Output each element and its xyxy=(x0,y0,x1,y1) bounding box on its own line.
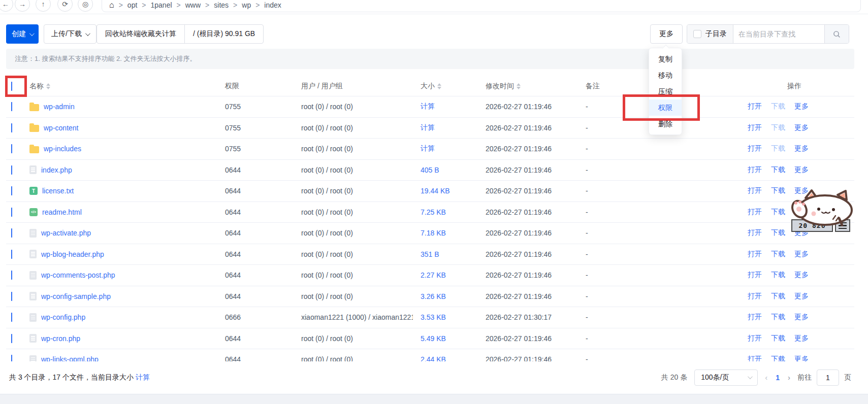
size-link[interactable]: 3.53 KB xyxy=(421,313,446,321)
file-name-link[interactable]: wp-activate.php xyxy=(41,229,91,237)
breadcrumb-item-wp[interactable]: wp xyxy=(242,1,251,9)
row-more-link[interactable]: 更多 xyxy=(794,144,809,153)
row-checkbox[interactable] xyxy=(11,271,12,280)
row-checkbox[interactable] xyxy=(11,355,12,361)
download-link[interactable]: 下载 xyxy=(771,334,785,343)
upload-download-button[interactable]: 上传/下载 xyxy=(44,24,97,44)
file-name-link[interactable]: wp-config-sample.php xyxy=(41,292,111,300)
prev-page-button[interactable]: ‹ xyxy=(765,373,767,382)
open-link[interactable]: 打开 xyxy=(748,271,762,280)
nav-up-button[interactable]: ↑ xyxy=(36,0,51,12)
row-checkbox[interactable] xyxy=(11,144,12,153)
row-checkbox[interactable] xyxy=(11,123,12,132)
row-checkbox[interactable] xyxy=(11,186,12,195)
row-checkbox[interactable] xyxy=(11,313,12,322)
download-link[interactable]: 下载 xyxy=(771,228,785,238)
menu-item-复制[interactable]: 复制 xyxy=(649,51,682,67)
file-name-link[interactable]: wp-admin xyxy=(44,103,75,111)
row-more-link[interactable]: 更多 xyxy=(794,123,809,132)
toolbar-group-button-2[interactable]: 收藏夹 xyxy=(141,29,162,39)
download-link[interactable]: 下载 xyxy=(771,355,785,361)
nav-refresh-button[interactable]: ⟳ xyxy=(57,0,73,12)
open-link[interactable]: 打开 xyxy=(748,228,762,238)
toolbar-group-button-3[interactable]: 计算 xyxy=(162,29,176,39)
size-link[interactable]: 计算 xyxy=(421,123,435,131)
open-link[interactable]: 打开 xyxy=(748,292,762,301)
download-link[interactable]: 下载 xyxy=(771,102,785,111)
open-link[interactable]: 打开 xyxy=(748,334,762,343)
nav-forward-button[interactable]: → xyxy=(15,0,30,12)
calculate-size-link[interactable]: 计算 xyxy=(136,373,150,381)
open-link[interactable]: 打开 xyxy=(748,355,762,361)
current-page-number[interactable]: 1 xyxy=(776,374,780,382)
download-link[interactable]: 下载 xyxy=(771,292,785,301)
menu-item-删除[interactable]: 删除 xyxy=(649,116,682,132)
size-link[interactable]: 2.27 KB xyxy=(421,271,446,279)
root-path-size-button[interactable]: / (根目录) 90.91 GB xyxy=(184,25,263,43)
download-link[interactable]: 下载 xyxy=(771,250,785,259)
row-checkbox[interactable] xyxy=(11,292,12,301)
row-checkbox[interactable] xyxy=(11,165,12,175)
row-more-link[interactable]: 更多 xyxy=(794,292,809,301)
search-button[interactable] xyxy=(824,25,849,43)
open-link[interactable]: 打开 xyxy=(748,313,762,322)
row-checkbox[interactable] xyxy=(11,228,12,238)
open-link[interactable]: 打开 xyxy=(748,250,762,259)
row-more-link[interactable]: 更多 xyxy=(794,271,809,280)
file-name-link[interactable]: license.txt xyxy=(42,187,74,195)
size-link[interactable]: 19.44 KB xyxy=(421,187,450,195)
size-link[interactable]: 3.26 KB xyxy=(421,292,446,300)
size-link[interactable]: 7.25 KB xyxy=(421,208,446,216)
file-name-link[interactable]: readme.html xyxy=(42,208,82,216)
size-link[interactable]: 5.49 KB xyxy=(421,334,446,343)
subdirectory-checkbox[interactable] xyxy=(693,30,701,38)
row-checkbox[interactable] xyxy=(11,208,12,217)
search-input[interactable] xyxy=(733,25,824,43)
select-all-checkbox[interactable] xyxy=(11,82,12,91)
row-checkbox[interactable] xyxy=(11,250,12,259)
size-link[interactable]: 351 B xyxy=(421,250,439,258)
breadcrumb-item-1panel[interactable]: 1panel xyxy=(151,1,172,9)
size-link[interactable]: 7.18 KB xyxy=(421,229,446,237)
file-name-link[interactable]: index.php xyxy=(41,166,72,174)
nav-preview-eye-button[interactable]: ◎ xyxy=(78,0,93,12)
goto-page-input[interactable] xyxy=(817,369,839,386)
breadcrumb-item-index[interactable]: index xyxy=(264,1,281,9)
breadcrumb-item-sites[interactable]: sites xyxy=(214,1,229,9)
breadcrumb-item-www[interactable]: www xyxy=(185,1,201,9)
breadcrumb-item-opt[interactable]: opt xyxy=(127,1,137,9)
open-link[interactable]: 打开 xyxy=(748,123,762,132)
download-link[interactable]: 下载 xyxy=(771,271,785,280)
row-more-link[interactable]: 更多 xyxy=(794,165,809,175)
download-link[interactable]: 下载 xyxy=(771,186,785,195)
next-page-button[interactable]: › xyxy=(788,373,790,382)
download-link[interactable]: 下载 xyxy=(771,165,785,175)
download-link[interactable]: 下载 xyxy=(771,208,785,217)
size-link[interactable]: 405 B xyxy=(421,166,439,174)
file-name-link[interactable]: wp-includes xyxy=(44,145,81,153)
menu-item-压缩[interactable]: 压缩 xyxy=(649,83,682,99)
row-checkbox[interactable] xyxy=(11,102,12,111)
file-name-link[interactable]: wp-cron.php xyxy=(41,334,80,343)
open-link[interactable]: 打开 xyxy=(748,165,762,175)
file-name-link[interactable]: wp-config.php xyxy=(41,313,85,321)
toolbar-group-button-1[interactable]: 终端 xyxy=(126,29,141,39)
create-button[interactable]: 创建 xyxy=(6,24,39,44)
subdirectory-toggle[interactable]: 子目录 xyxy=(687,25,733,43)
row-checkbox[interactable] xyxy=(11,334,12,343)
open-link[interactable]: 打开 xyxy=(748,208,762,217)
size-link[interactable]: 计算 xyxy=(421,144,435,152)
open-link[interactable]: 打开 xyxy=(748,144,762,153)
download-link[interactable]: 下载 xyxy=(771,123,785,132)
more-menu-button[interactable]: 更多 xyxy=(650,24,683,44)
size-link[interactable]: 2.44 KB xyxy=(421,355,446,361)
row-more-link[interactable]: 更多 xyxy=(794,355,809,361)
download-link[interactable]: 下载 xyxy=(771,144,785,153)
toolbar-group-button-0[interactable]: 回收站 xyxy=(105,29,126,39)
home-icon[interactable]: ⌂ xyxy=(109,1,114,9)
size-link[interactable]: 计算 xyxy=(421,102,435,110)
row-more-link[interactable]: 更多 xyxy=(794,334,809,343)
file-name-link[interactable]: wp-links-opml.php xyxy=(41,355,99,361)
open-link[interactable]: 打开 xyxy=(748,102,762,111)
open-link[interactable]: 打开 xyxy=(748,186,762,195)
